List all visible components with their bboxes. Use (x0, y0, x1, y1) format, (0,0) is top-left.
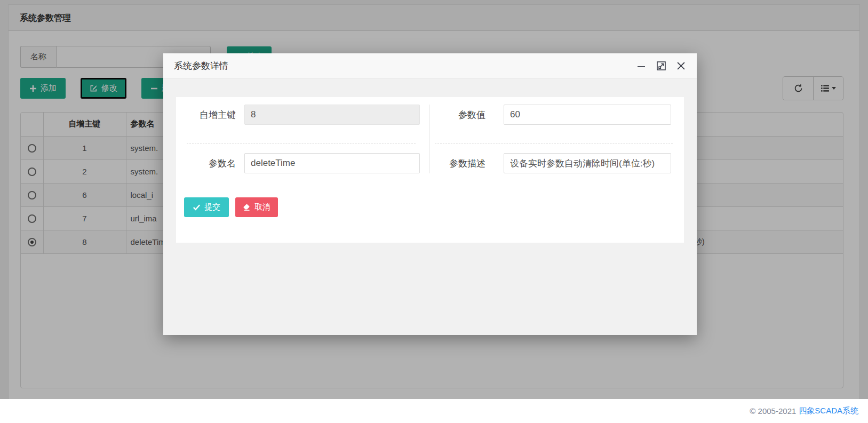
brand-link[interactable]: 四象SCADA系统 (799, 406, 858, 416)
check-icon (193, 203, 201, 211)
maximize-icon[interactable] (656, 61, 666, 71)
id-field (244, 105, 420, 125)
modal-header: 系统参数详情 (163, 53, 697, 79)
close-icon[interactable] (675, 61, 686, 71)
field-label-id: 自增主键 (182, 109, 236, 121)
copyright-text: © 2005-2021 (750, 406, 796, 416)
desc-field[interactable] (504, 153, 671, 173)
eraser-icon (243, 203, 251, 211)
name-field[interactable] (244, 153, 420, 173)
minimize-icon[interactable] (636, 61, 647, 71)
parameter-form: 自增主键 参数名 参数值 参数描述 (176, 97, 684, 243)
modal-title: 系统参数详情 (174, 60, 636, 72)
divider (187, 143, 416, 143)
cancel-button[interactable]: 取消 (235, 197, 278, 217)
field-label-value: 参数值 (431, 109, 485, 121)
value-field[interactable] (504, 105, 671, 125)
page-footer: © 2005-2021 四象SCADA系统 (0, 399, 868, 423)
field-label-name: 参数名 (182, 157, 236, 170)
field-label-desc: 参数描述 (431, 157, 485, 170)
parameter-detail-modal: 系统参数详情 自增主键 参 (163, 53, 697, 335)
submit-button[interactable]: 提交 (184, 197, 229, 217)
divider (435, 143, 673, 143)
